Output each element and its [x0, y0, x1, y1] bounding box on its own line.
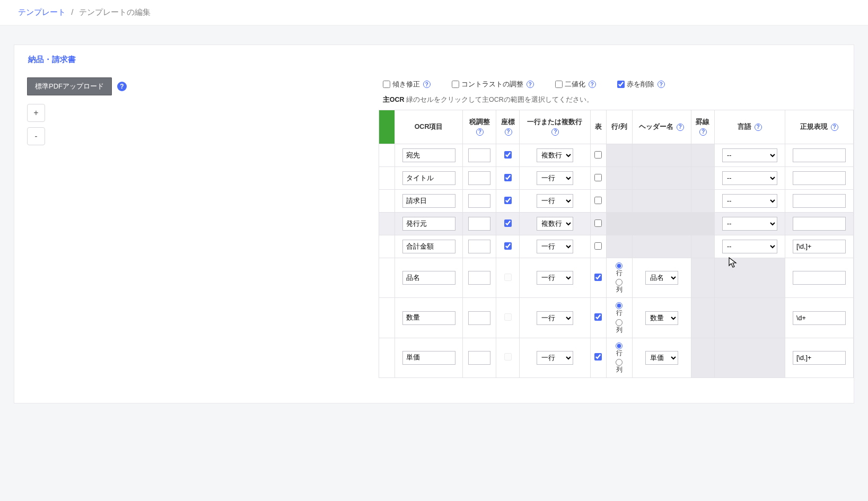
tax-input[interactable] [468, 351, 490, 365]
drag-cell[interactable] [379, 298, 394, 338]
regex-input[interactable] [793, 217, 846, 231]
help-icon[interactable]: ? [677, 124, 684, 131]
table-checkbox[interactable] [594, 242, 602, 250]
breadcrumb-root[interactable]: テンプレート [18, 7, 66, 16]
ocr-item-input[interactable] [402, 271, 455, 285]
help-icon[interactable]: ? [423, 81, 431, 88]
lines-select[interactable]: 一行複数行 [537, 194, 573, 208]
ocr-item-input[interactable] [402, 194, 455, 208]
ocr-item-input[interactable] [402, 171, 455, 185]
ocr-item-input[interactable] [402, 240, 455, 253]
lines-select[interactable]: 一行複数行 [537, 351, 573, 365]
drag-cell[interactable] [379, 144, 394, 167]
remove-red-option[interactable]: 赤を削除? [617, 80, 665, 89]
table-checkbox[interactable] [594, 151, 602, 159]
tax-input[interactable] [468, 271, 490, 285]
coord-checkbox[interactable] [504, 151, 512, 159]
header-name-select[interactable]: 品名 [645, 271, 678, 285]
zoom-out-button[interactable]: - [27, 127, 45, 145]
tax-input[interactable] [468, 194, 490, 208]
lang-select[interactable]: -- [722, 171, 777, 185]
coord-checkbox[interactable] [504, 219, 512, 227]
table-checkbox[interactable] [594, 353, 602, 361]
help-icon[interactable]: ? [589, 81, 596, 88]
rowcol-radio-col[interactable] [616, 359, 622, 366]
th-regex: 正規表現 ? [785, 110, 854, 144]
remove-red-checkbox[interactable] [617, 81, 625, 88]
lines-select[interactable]: 一行複数行 [537, 240, 573, 253]
help-icon[interactable]: ? [657, 81, 665, 88]
tax-input[interactable] [468, 311, 490, 325]
breadcrumb: テンプレート / テンプレートの編集 [0, 0, 868, 25]
lang-select[interactable]: -- [722, 148, 777, 162]
coord-checkbox[interactable] [504, 197, 512, 204]
contrast-option[interactable]: コントラストの調整? [452, 80, 534, 89]
coord-checkbox[interactable] [504, 242, 512, 250]
tax-input[interactable] [468, 171, 490, 185]
help-icon[interactable]: ? [527, 81, 534, 88]
binarize-checkbox[interactable] [555, 81, 563, 88]
lang-select[interactable]: -- [722, 240, 777, 253]
drag-cell[interactable] [379, 258, 394, 298]
tax-input[interactable] [468, 240, 490, 253]
th-lang: 言語 ? [715, 110, 785, 144]
regex-input[interactable] [793, 240, 846, 253]
header-name-select[interactable]: 単価 [645, 351, 678, 365]
skew-option[interactable]: 傾き修正? [383, 80, 431, 89]
regex-input[interactable] [793, 194, 846, 208]
panel-header: 納品・請求書 [14, 45, 854, 72]
table-checkbox[interactable] [594, 274, 602, 281]
header-name-select[interactable]: 数量 [645, 311, 678, 325]
drag-cell[interactable] [379, 213, 394, 235]
ocr-item-input[interactable] [402, 148, 455, 162]
drag-cell[interactable] [379, 338, 394, 377]
lang-select[interactable]: -- [722, 217, 777, 231]
lines-select[interactable]: 一行複数行 [537, 171, 573, 185]
rowcol-radio-col[interactable] [616, 319, 622, 326]
table-checkbox[interactable] [594, 174, 602, 181]
lang-select[interactable]: -- [722, 194, 777, 208]
rowcol-radio-row[interactable] [616, 302, 622, 309]
help-icon[interactable]: ? [831, 124, 838, 131]
regex-input[interactable] [793, 171, 846, 185]
lines-select[interactable]: 一行複数行 [537, 311, 573, 325]
ocr-item-input[interactable] [402, 217, 455, 231]
upload-pdf-button[interactable]: 標準PDFアップロード [27, 77, 112, 95]
skew-checkbox[interactable] [383, 81, 390, 88]
regex-input[interactable] [793, 148, 846, 162]
help-icon[interactable]: ? [505, 128, 512, 136]
th-lines: 一行または複数行? [520, 110, 590, 144]
regex-input[interactable] [793, 271, 846, 285]
coord-checkbox[interactable] [504, 174, 512, 181]
tax-input[interactable] [468, 148, 490, 162]
table-checkbox[interactable] [594, 197, 602, 204]
binarize-option[interactable]: 二値化? [555, 80, 596, 89]
drag-cell[interactable] [379, 167, 394, 190]
ocr-item-input[interactable] [402, 351, 455, 365]
lines-select[interactable]: 一行複数行 [537, 148, 573, 162]
th-ruled: 罫線? [691, 110, 714, 144]
table-checkbox[interactable] [594, 219, 602, 227]
zoom-in-button[interactable]: + [27, 104, 45, 122]
rowcol-radio-row[interactable] [616, 342, 622, 349]
contrast-checkbox[interactable] [452, 81, 459, 88]
lines-select[interactable]: 一行複数行 [537, 271, 573, 285]
drag-handle-header[interactable] [379, 110, 394, 144]
rowcol-radio-col[interactable] [616, 279, 622, 286]
tax-input[interactable] [468, 217, 490, 231]
table-checkbox[interactable] [594, 313, 602, 321]
help-icon[interactable]: ? [699, 128, 707, 136]
th-tax: 税調整? [463, 110, 496, 144]
ocr-hint-text: 緑のセルをクリックして主OCRの範囲を選択してください。 [404, 96, 593, 103]
drag-cell[interactable] [379, 190, 394, 213]
help-icon[interactable]: ? [476, 128, 484, 136]
regex-input[interactable] [793, 311, 846, 325]
rowcol-radio-row[interactable] [616, 262, 622, 269]
help-icon[interactable]: ? [551, 128, 559, 136]
regex-input[interactable] [793, 351, 846, 365]
lines-select[interactable]: 一行複数行 [537, 217, 573, 231]
help-icon[interactable]: ? [755, 124, 762, 131]
drag-cell[interactable] [379, 235, 394, 258]
help-icon[interactable]: ? [117, 82, 127, 91]
ocr-item-input[interactable] [402, 311, 455, 325]
